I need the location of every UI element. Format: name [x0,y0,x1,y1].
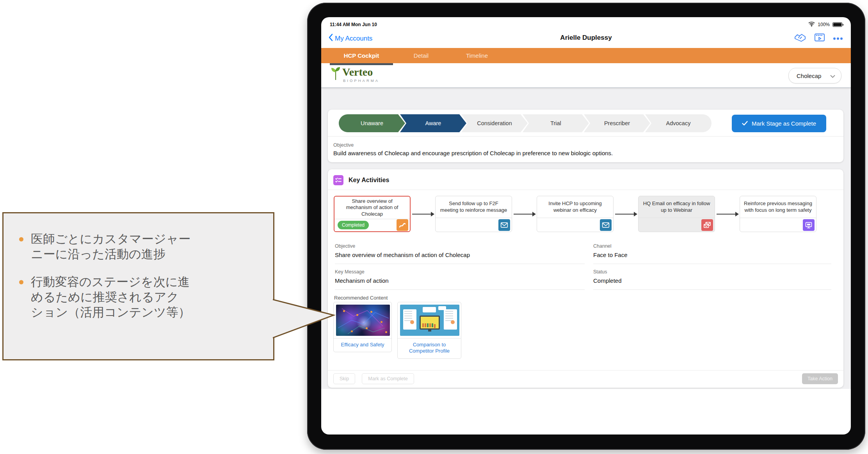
stage-consideration[interactable]: Consideration [461,114,528,132]
status-badge: Completed [338,221,369,229]
product-selector[interactable]: Cholecap [788,68,841,83]
activity-title: Share overview of mechanism of action of… [334,197,410,219]
annotation-callout: 医師ごとにカスタマージャー ニーに沿った活動の進捗 行動変容のステージを次に進 … [2,212,274,360]
brand-name: Verteo [342,67,379,78]
mark-stage-complete-label: Mark Stage as Complete [752,120,816,127]
stage-aware[interactable]: Aware [400,114,466,132]
email-icon [498,219,510,231]
mark-stage-complete-button[interactable]: Mark Stage as Complete [732,115,826,132]
product-selector-value: Cholecap [797,73,821,79]
neurons-thumbnail [336,305,390,336]
callout-bullet: 行動変容のステージを次に進 めるために推奨されるアク ション（活用コンテンツ等） [15,274,263,320]
wifi-icon [808,21,815,28]
skip-button[interactable]: Skip [333,373,355,384]
battery-percent: 100% [818,22,830,27]
content-item-comparison[interactable]: Comparison to Competitor Profile [397,302,461,359]
page-title: Arielle Duplessy [321,34,851,42]
mass-email-icon [701,219,713,231]
stage-trial[interactable]: Trial [523,114,589,132]
record-visit-icon [397,219,408,231]
tablet-frame: 11:44 AM Mon Jun 10 100% My Accounts [307,3,865,450]
status-time: 11:44 AM Mon Jun 10 [330,22,377,27]
decoration [343,310,345,312]
stage-objective-text: Build awareness of Cholecap and encourag… [333,150,613,156]
key-activities-title: Key Activities [349,177,389,184]
activity-card-5[interactable]: Reinforce previous messaging with focus … [740,196,816,232]
verteo-logo: Verteo BIOPHARMA [331,67,379,83]
brand-subtitle: BIOPHARMA [343,78,379,83]
key-message-label: Key Message [335,269,585,275]
content-item-title: Efficacy and Safety [334,338,391,352]
journey-stage-row: Unaware Aware Consideration Trial Prescr… [339,114,826,132]
battery-icon [832,22,842,27]
leaf-icon [331,67,341,82]
divider [328,370,843,371]
flow-arrow [615,214,637,215]
activity-card-4[interactable]: HQ Email on efficacy in follow up to Web… [638,196,715,232]
media-library-icon[interactable] [814,33,825,44]
status-bar: 11:44 AM Mon Jun 10 100% [330,21,842,28]
check-icon [742,120,748,127]
flow-arrow [514,214,535,215]
email-icon [600,219,612,231]
handshake-icon[interactable] [794,33,806,44]
status-label: Status [593,269,831,275]
page: 11:44 AM Mon Jun 10 100% My Accounts [0,0,868,454]
divider [328,190,843,190]
callout-pointer [273,297,336,340]
activity-card-3[interactable]: Invite HCP to upcoming webinar on effica… [537,196,614,232]
more-options-icon[interactable] [833,35,843,42]
activity-card-2[interactable]: Send follow up to F2F meeting to reinfor… [435,196,512,232]
mark-as-complete-button[interactable]: Mark as Complete [362,373,414,384]
comparison-thumbnail [400,305,459,336]
objective-label: Objective [335,243,585,249]
status-value: Completed [593,277,831,284]
flow-arrow [412,214,434,215]
key-message-value: Mechanism of action [335,277,585,284]
tab-timeline[interactable]: Timeline [449,48,505,63]
activity-footer: Skip Mark as Complete Take Action [333,373,838,384]
stage-unaware[interactable]: Unaware [339,114,405,132]
activity-detail-right: Channel Face to Face Status Completed [593,243,831,290]
checklist-icon [333,175,343,185]
tablet-screen: 11:44 AM Mon Jun 10 100% My Accounts [321,17,851,434]
screen-share-icon [803,219,815,231]
content-item-efficacy[interactable]: Efficacy and Safety [333,302,392,352]
stage-objective-label: Objective [333,142,354,148]
tab-bar: HCP Cockpit Detail Timeline [321,48,851,63]
activity-card-1[interactable]: Share overview of mechanism of action of… [334,196,411,232]
callout-text-2: 行動変容のステージを次に進 めるために推奨されるアク ション（活用コンテンツ等） [31,275,190,319]
tab-detail[interactable]: Detail [393,48,449,63]
activity-flow: Share overview of mechanism of action of… [328,196,843,232]
activity-title: Reinforce previous messaging with focus … [740,196,816,218]
recommended-content-label: Recommended Content [334,295,388,301]
take-action-button[interactable]: Take Action [802,373,838,384]
divider [328,136,843,137]
active-tab-indicator [330,63,393,65]
brand-bar: Verteo BIOPHARMA Cholecap [321,63,851,88]
callout-bullet: 医師ごとにカスタマージャー ニーに沿った活動の進捗 [15,231,263,262]
content-item-title: Comparison to Competitor Profile [398,338,461,358]
journey-card: Unaware Aware Consideration Trial Prescr… [328,110,843,162]
stage-prescriber[interactable]: Prescriber [584,114,650,132]
activity-title: HQ Email on efficacy in follow up to Web… [639,196,715,218]
flow-arrow [717,214,738,215]
key-activities-card: Key Activities Share overview of mechani… [328,169,843,388]
chevron-down-icon [830,73,835,79]
callout-text-1: 医師ごとにカスタマージャー ニーに沿った活動の進捗 [31,232,191,261]
objective-value: Share overview of mechanism of action of… [335,252,585,259]
channel-label: Channel [593,243,831,249]
channel-value: Face to Face [593,252,831,259]
callout-bullet-list: 医師ごとにカスタマージャー ニーに沿った活動の進捗 行動変容のステージを次に進 … [4,213,273,320]
tab-hcp-cockpit[interactable]: HCP Cockpit [330,48,393,63]
content-area: Unaware Aware Consideration Trial Prescr… [321,88,851,389]
stage-advocacy[interactable]: Advocacy [645,114,711,132]
recommended-content-row: Efficacy and Safety [333,302,461,359]
activity-detail-left: Objective Share overview of mechanism of… [335,243,585,290]
activity-title: Send follow up to F2F meeting to reinfor… [436,196,512,218]
nav-bar: My Accounts Arielle Duplessy [321,32,851,45]
activity-title: Invite HCP to upcoming webinar on effica… [537,196,613,218]
